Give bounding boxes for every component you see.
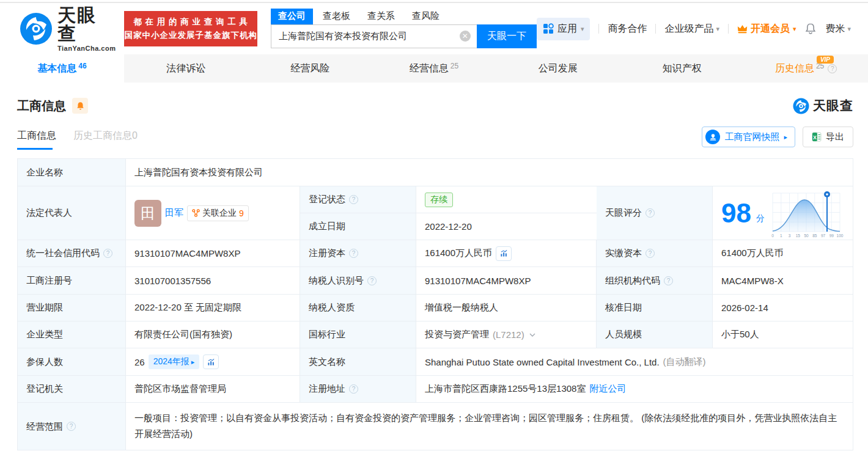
tab-legal-proceedings[interactable]: 法律诉讼 bbox=[124, 54, 248, 83]
taxpayer-quality-label: 纳税人资质 bbox=[300, 295, 416, 321]
help-icon[interactable]: ? bbox=[349, 195, 358, 204]
paid-capital-value: 61400万人民币 bbox=[713, 240, 853, 267]
notifications-button[interactable] bbox=[804, 23, 817, 35]
monitor-bell-button[interactable] bbox=[72, 98, 88, 114]
company-type-label: 企业类型 bbox=[18, 321, 126, 348]
promo-banner-line1: 都 在 用 的 商 业 查 询 工 具 bbox=[133, 17, 248, 28]
business-term-value: 2022-12-20 至 无固定期限 bbox=[126, 295, 300, 321]
search-tab-risk[interactable]: 查风险 bbox=[405, 9, 447, 24]
open-vip-button[interactable]: 开通会员 ▾ bbox=[737, 23, 796, 35]
insured-count-label: 参保人数 bbox=[18, 348, 126, 376]
tianyancha-logo-icon bbox=[793, 98, 809, 114]
svg-text:X: X bbox=[813, 134, 817, 141]
annual-report-badge[interactable]: 2024年报 ▸ bbox=[149, 354, 200, 369]
enterprise-products-menu[interactable]: 企业级产品 ▾ bbox=[664, 23, 719, 35]
bar-chart-icon bbox=[207, 358, 215, 366]
score-unit: 分 bbox=[756, 213, 765, 224]
org-code-label: 组织机构代码? bbox=[597, 267, 713, 295]
svg-text:100: 100 bbox=[837, 233, 844, 238]
help-icon[interactable]: ? bbox=[367, 276, 377, 285]
search-tab-company[interactable]: 查公司 bbox=[271, 9, 313, 24]
company-name-value: 上海普陀国有资本投资有限公司 bbox=[126, 159, 853, 186]
approval-date-value: 2026-02-14 bbox=[713, 295, 853, 321]
chevron-down-icon[interactable] bbox=[529, 333, 535, 337]
insured-chart-button[interactable] bbox=[203, 354, 219, 369]
help-icon[interactable]: ? bbox=[349, 249, 358, 258]
search-tab-relation[interactable]: 查关系 bbox=[360, 9, 402, 24]
official-snapshot-button[interactable]: 工商官网快照 ▸ bbox=[702, 127, 795, 147]
help-icon[interactable]: ? bbox=[645, 208, 655, 218]
legal-rep-link[interactable]: 田军 bbox=[165, 207, 183, 219]
tianyancha-watermark: 天眼查 bbox=[793, 97, 853, 114]
taxpayer-quality-value: 增值税一般纳税人 bbox=[416, 295, 597, 321]
reg-authority-value: 普陀区市场监督管理局 bbox=[126, 376, 300, 403]
auto-translate-note: (自动翻译) bbox=[663, 356, 706, 368]
business-info-table: 企业名称 上海普陀国有资本投资有限公司 法定代表人 田 田军 关联企业 bbox=[17, 158, 853, 450]
tab-intellectual-property[interactable]: 知识产权 bbox=[620, 54, 744, 83]
insured-count-value: 26 2024年报 ▸ bbox=[126, 348, 300, 376]
paid-capital-label: 实缴资本? bbox=[597, 240, 713, 267]
help-icon[interactable]: ? bbox=[103, 249, 112, 258]
tab-company-development[interactable]: 公司发展 bbox=[496, 54, 620, 83]
tab-operating-risk[interactable]: 经营风险 bbox=[248, 54, 372, 83]
score-distribution-chart: 0 1 3 15 50 85 97 99 100 bbox=[770, 188, 845, 238]
nearby-companies-link[interactable]: 附近公司 bbox=[589, 383, 626, 395]
subtab-history-business-info[interactable]: 历史工商信息0 bbox=[73, 130, 138, 150]
reg-address-value: 上海市普陀区西康路1255号13层1308室 附近公司 bbox=[416, 376, 853, 403]
help-icon[interactable]: ? bbox=[645, 249, 655, 258]
user-account-menu[interactable]: 费米 ▾ bbox=[825, 23, 851, 35]
export-button[interactable]: X 导出 bbox=[803, 127, 853, 147]
english-name-label: 英文名称 bbox=[300, 348, 416, 376]
svg-text:1: 1 bbox=[780, 233, 782, 238]
staff-size-value: 小于50人 bbox=[713, 321, 853, 348]
site-header: 天眼查 TianYanCha.com 都 在 用 的 商 业 查 询 工 具 国… bbox=[0, 3, 868, 54]
related-companies-badge[interactable]: 关联企业 9 bbox=[187, 205, 249, 221]
reg-status-value: 存续 bbox=[416, 186, 597, 213]
org-code-value: MAC4MPW8-X bbox=[713, 267, 853, 295]
legal-rep-avatar[interactable]: 田 bbox=[134, 200, 161, 227]
network-icon bbox=[192, 209, 200, 217]
section-title: 工商信息 bbox=[17, 98, 66, 114]
reg-authority-label: 登记机关 bbox=[18, 376, 126, 403]
apps-grid-icon bbox=[543, 23, 554, 34]
subtab-business-info[interactable]: 工商信息 bbox=[17, 130, 56, 150]
chevron-down-icon: ▾ bbox=[847, 25, 851, 33]
taxpayer-id-value: 91310107MAC4MPW8XP bbox=[416, 267, 597, 295]
close-icon[interactable]: ✕ bbox=[460, 31, 471, 42]
reg-number-label: 工商注册号 bbox=[18, 267, 126, 295]
svg-text:99: 99 bbox=[829, 233, 834, 238]
search-button[interactable]: 天眼一下 bbox=[477, 24, 537, 48]
apps-menu-button[interactable]: 应用 ▾ bbox=[537, 18, 590, 40]
stamp-icon bbox=[705, 130, 720, 144]
industry-value[interactable]: 投资与资产管理 (L7212) bbox=[416, 321, 597, 348]
logo-title: 天眼查 bbox=[57, 6, 116, 43]
chevron-down-icon: ▾ bbox=[581, 25, 584, 33]
divider bbox=[655, 24, 656, 34]
chevron-right-icon: ▸ bbox=[784, 133, 787, 141]
svg-text:97: 97 bbox=[821, 233, 826, 238]
company-name-label: 企业名称 bbox=[18, 159, 126, 186]
tab-history-info[interactable]: VIP 历史信息25 ? bbox=[744, 54, 868, 83]
bar-chart-icon bbox=[500, 249, 508, 257]
legal-rep-cell: 田 田军 关联企业 9 bbox=[126, 186, 300, 240]
tianyancha-logo[interactable]: 天眼查 TianYanCha.com bbox=[20, 6, 116, 52]
apps-label: 应用 bbox=[557, 23, 577, 35]
reg-status-label: 登记状态? bbox=[300, 186, 416, 213]
chevron-right-icon: ▸ bbox=[191, 358, 195, 366]
business-cooperation-link[interactable]: 商务合作 bbox=[608, 23, 647, 35]
help-icon[interactable]: ? bbox=[349, 384, 358, 394]
help-icon[interactable]: ? bbox=[664, 276, 673, 285]
svg-text:50: 50 bbox=[804, 233, 809, 238]
capital-chart-button[interactable] bbox=[496, 246, 512, 261]
tab-basic-info[interactable]: 基本信息46 bbox=[0, 54, 124, 83]
help-icon[interactable]: ? bbox=[67, 422, 76, 431]
establish-date-value: 2022-12-20 bbox=[416, 213, 597, 240]
tab-business-info[interactable]: 经营信息25 bbox=[372, 54, 496, 83]
divider bbox=[598, 24, 599, 34]
help-icon[interactable]: ? bbox=[828, 64, 837, 73]
svg-text:0: 0 bbox=[771, 233, 774, 238]
establish-date-label: 成立日期 bbox=[300, 213, 416, 240]
search-input[interactable] bbox=[271, 24, 477, 48]
svg-text:85: 85 bbox=[812, 233, 817, 238]
search-tab-boss[interactable]: 查老板 bbox=[315, 9, 358, 24]
